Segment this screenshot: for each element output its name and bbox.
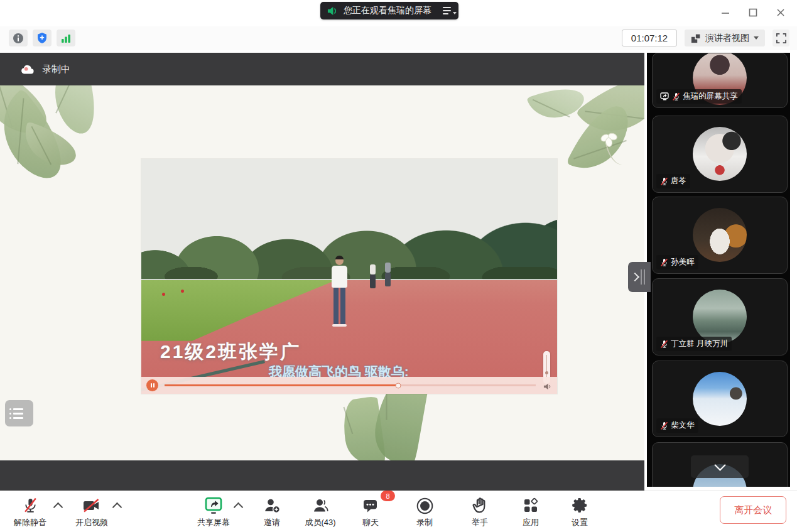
chat-button[interactable]: 8 聊天 <box>353 496 388 528</box>
shared-screen-content: 21级2班张学广 我愿做高飞的鸟 驱散乌: <box>0 85 644 460</box>
flag-dot <box>181 290 184 293</box>
invite-button[interactable]: 邀请 <box>254 496 290 528</box>
participant-tile[interactable]: 柴文华 <box>652 361 788 437</box>
raise-hand-button[interactable]: 举手 <box>462 496 497 528</box>
sidebar-collapse-handle[interactable] <box>628 262 651 292</box>
mic-muted-icon <box>660 340 668 349</box>
signal-bars-icon <box>60 33 72 43</box>
apps-icon <box>523 497 539 514</box>
record-button[interactable]: 录制 <box>407 496 442 528</box>
layout-icon <box>691 33 701 43</box>
info-icon <box>13 33 24 44</box>
meeting-timer: 01:07:12 <box>622 30 677 46</box>
cloud-recording-icon <box>20 64 35 75</box>
participant-name-badge: 柴文华 <box>656 418 698 433</box>
banner-menu-button[interactable] <box>442 4 452 17</box>
close-button[interactable] <box>772 4 789 21</box>
view-mode-label: 演讲者视图 <box>705 33 749 44</box>
speaker-icon <box>327 6 339 16</box>
invite-icon <box>264 497 281 514</box>
video-person <box>329 256 350 327</box>
mic-muted-icon <box>660 177 668 186</box>
more-participants-button[interactable] <box>691 455 749 478</box>
participant-tile[interactable]: 丁立群 月映万川 <box>652 278 788 356</box>
unmute-button[interactable]: 解除静音 <box>6 496 54 528</box>
participant-name: 丁立群 月映万川 <box>671 339 728 349</box>
mic-muted-icon <box>660 258 668 267</box>
avatar <box>693 372 747 426</box>
share-screen-button[interactable]: 共享屏幕 <box>188 496 239 528</box>
banner-text: 您正在观看焦瑞的屏幕 <box>344 5 431 16</box>
speaker-icon[interactable] <box>543 383 552 391</box>
participant-name: 焦瑞的屏幕共享 <box>683 91 738 102</box>
caret-down-icon <box>453 12 457 14</box>
video-control-bar <box>141 377 557 394</box>
fullscreen-button[interactable] <box>773 30 789 46</box>
leave-meeting-button[interactable]: 离开会议 <box>720 496 786 524</box>
screen-watch-banner: 您正在观看焦瑞的屏幕 <box>320 2 458 19</box>
shared-screen-stage: 录制中 <box>0 50 644 491</box>
video-player: 21级2班张学广 我愿做高飞的鸟 驱散乌: <box>141 159 557 394</box>
pause-button[interactable] <box>146 379 158 391</box>
participants-sidebar: 焦瑞的屏幕共享 唐苓 <box>647 53 790 487</box>
apps-button[interactable]: 应用 <box>513 496 548 528</box>
window-controls <box>717 4 789 21</box>
participant-name-badge: 孙美晖 <box>656 255 698 269</box>
meeting-info-button[interactable] <box>9 30 28 46</box>
avatar <box>693 127 747 181</box>
meeting-window: 您正在观看焦瑞的屏幕 <box>0 0 797 532</box>
progress-knob[interactable] <box>396 383 401 388</box>
chevron-right-icon <box>631 273 639 281</box>
bottom-toolbar: 解除静音 开启视频 共享屏幕 <box>0 491 797 532</box>
security-button[interactable] <box>33 30 52 46</box>
participant-name-badge: 唐苓 <box>656 174 690 188</box>
progress-bar[interactable] <box>165 384 536 386</box>
gear-icon <box>572 497 588 514</box>
participant-tile[interactable]: 焦瑞的屏幕共享 <box>652 53 788 108</box>
leaf-decoration <box>43 85 107 139</box>
members-icon <box>312 497 329 514</box>
flower-decoration <box>594 133 623 171</box>
main-area: 录制中 <box>0 50 797 491</box>
participant-name: 孙美晖 <box>671 257 695 268</box>
start-video-button[interactable]: 开启视频 <box>68 496 116 528</box>
recording-label: 录制中 <box>42 63 70 75</box>
mic-muted-icon <box>660 421 668 430</box>
progress-played <box>165 384 398 386</box>
network-quality-button[interactable] <box>57 30 75 46</box>
drag-bars-icon <box>641 269 645 285</box>
mic-muted-icon <box>672 92 680 101</box>
record-icon <box>416 497 434 515</box>
fullscreen-icon <box>776 33 786 43</box>
participant-name: 唐苓 <box>671 176 686 187</box>
share-screen-icon <box>204 496 223 515</box>
avatar <box>693 290 747 344</box>
chat-unread-badge: 8 <box>381 491 395 501</box>
participant-name: 柴文华 <box>671 420 695 431</box>
recording-strip: 录制中 <box>0 53 644 85</box>
list-icon <box>9 408 33 410</box>
video-walker <box>385 263 391 286</box>
audio-options-caret[interactable] <box>53 502 63 513</box>
participant-tile[interactable]: 孙美晖 <box>652 197 788 274</box>
panel-toggle-button[interactable] <box>5 400 33 426</box>
participant-tile[interactable] <box>652 442 788 487</box>
mic-muted-icon <box>23 497 38 514</box>
view-mode-button[interactable]: 演讲者视图 <box>685 30 765 46</box>
minimize-button[interactable] <box>717 4 734 21</box>
stage-bottom-strip <box>0 460 644 491</box>
leaf-decoration <box>526 85 587 126</box>
maximize-button[interactable] <box>744 4 762 21</box>
chat-icon <box>362 498 379 514</box>
video-title-overlay: 21级2班张学广 <box>160 339 301 365</box>
avatar <box>693 208 747 262</box>
caret-down-icon <box>754 36 759 40</box>
members-button[interactable]: 成员(43) <box>296 496 344 528</box>
titlebar: 您正在观看焦瑞的屏幕 <box>0 0 797 26</box>
participant-tile[interactable]: 唐苓 <box>652 116 788 193</box>
participant-name-badge: 丁立群 月映万川 <box>656 337 732 351</box>
participant-name-badge: 焦瑞的屏幕共享 <box>656 89 742 104</box>
chevron-down-icon <box>714 459 725 470</box>
shield-plus-icon <box>36 32 48 44</box>
settings-button[interactable]: 设置 <box>562 496 597 528</box>
